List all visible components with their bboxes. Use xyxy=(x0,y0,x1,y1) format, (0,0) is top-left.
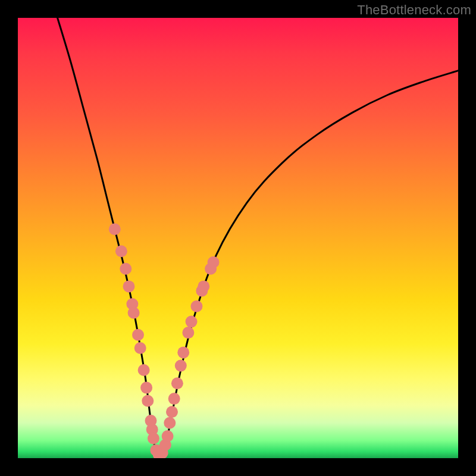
watermark-text: TheBottleneck.com xyxy=(357,2,471,18)
plot-area xyxy=(18,18,458,458)
highlight-dot xyxy=(140,382,152,394)
highlight-dot xyxy=(171,377,183,389)
highlight-dot xyxy=(175,360,187,372)
highlight-dot xyxy=(186,316,198,328)
highlight-dot xyxy=(162,430,174,442)
chart-canvas xyxy=(18,18,458,458)
outer-frame: TheBottleneck.com xyxy=(0,0,476,476)
highlight-dot xyxy=(142,395,154,407)
highlight-dot xyxy=(109,223,121,235)
highlight-dot xyxy=(177,346,189,358)
highlight-dot xyxy=(168,393,180,405)
highlight-dot xyxy=(134,342,146,354)
highlight-dot xyxy=(182,327,194,339)
highlight-dot xyxy=(208,256,220,268)
bottleneck-curve xyxy=(58,18,458,455)
highlight-dot xyxy=(123,280,134,292)
highlight-dot xyxy=(120,263,131,275)
highlight-dot xyxy=(166,406,178,418)
highlight-dot xyxy=(132,329,144,341)
highlight-dot xyxy=(115,245,127,257)
highlight-dot xyxy=(128,307,140,319)
highlight-dot xyxy=(138,364,150,376)
highlight-dot xyxy=(198,280,209,292)
highlight-dot xyxy=(190,300,202,312)
highlight-dot xyxy=(164,417,176,429)
highlight-dot xyxy=(148,433,159,444)
